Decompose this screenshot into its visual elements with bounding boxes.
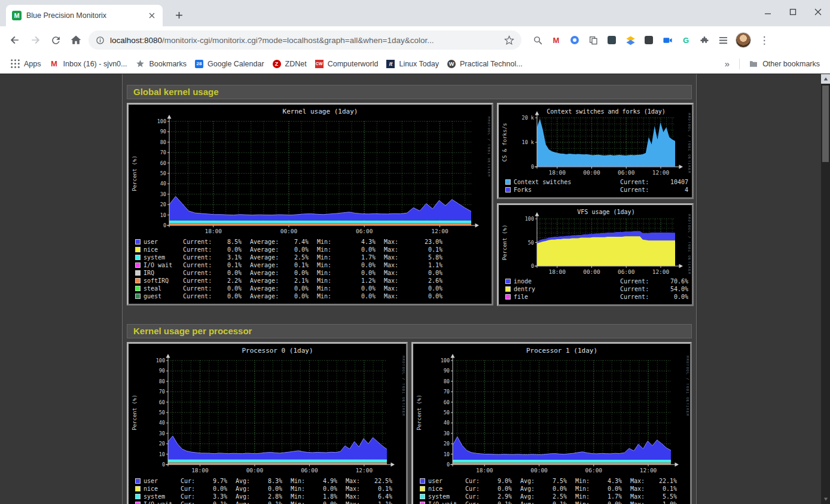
other-bookmarks-button[interactable]: Other bookmarks	[744, 57, 824, 71]
browser-tab[interactable]: M Blue Precision Monitorix	[6, 5, 163, 26]
bookmark-item-zdnet[interactable]: ZZDNet	[268, 58, 311, 70]
rrdtool-watermark: RRDTOOL / TOBI OETIKER	[402, 356, 405, 416]
legend-stat-name: Current:	[620, 187, 656, 193]
kernel-usage-chart-panel[interactable]: 010203040506070809010018:0000:0006:0012:…	[127, 103, 493, 306]
bookmark-star-icon[interactable]	[504, 35, 514, 45]
browser-window: M Blue Precision Monitorix	[0, 0, 830, 504]
puzzle-extension-icon[interactable]	[698, 33, 711, 47]
page-info-icon[interactable]	[96, 36, 105, 45]
tab-close-icon[interactable]	[147, 11, 157, 20]
bookmark-item-inbox-16-sjvn0[interactable]: MInbox (16) - sjvn0...	[45, 57, 132, 71]
legend-stat-name: Current:	[620, 278, 656, 285]
grammarly-extension-icon[interactable]: G	[679, 33, 692, 47]
legend-row-system: systemCur:2.9%Avg:2.5%Min:1.7%Max:5.5%	[420, 493, 686, 500]
legend-stat-name: Max:	[346, 485, 367, 492]
vfs-usage-chart-panel[interactable]: 05010018:0000:0006:0012:00VFS usage (1da…	[497, 203, 694, 306]
legend-row-nice: niceCur:0.0%Avg:0.0%Min:0.0%Max:0.1%	[420, 485, 686, 493]
back-icon[interactable]	[6, 31, 24, 49]
legend-stat-name: Average:	[250, 293, 285, 300]
minimize-button[interactable]	[763, 7, 773, 17]
scrollbar-up-icon[interactable]	[821, 74, 830, 84]
legend-series-label: steal	[144, 285, 183, 292]
forward-icon[interactable]	[26, 31, 44, 49]
search-extension-icon[interactable]	[531, 33, 544, 47]
legend-swatch	[505, 179, 511, 185]
legend-series-label: I/O wait	[144, 262, 183, 268]
x-axis-tick-label: 18:00	[548, 268, 566, 275]
legend-series-label: guest	[144, 293, 183, 300]
context-switches-chart-panel[interactable]: 010 k20 k18:0000:0006:0012:00Context swi…	[497, 103, 694, 199]
browser-menu-icon[interactable]: ⋮	[757, 34, 771, 47]
y-axis-tick-label: 10 k	[522, 139, 534, 145]
legend-stat-value: 0.0%	[542, 485, 567, 492]
bookmarks-overflow-chevron[interactable]: »	[720, 59, 734, 69]
legend-swatch	[135, 247, 141, 252]
page-scrollbar[interactable]	[821, 74, 830, 504]
legend-stat-value: 0.0%	[218, 293, 242, 300]
blue-circle-extension-icon[interactable]	[568, 33, 581, 47]
x-axis-tick-label: 06:00	[585, 467, 602, 474]
window-close-button[interactable]	[813, 7, 823, 17]
bookmark-label: Practical Technol...	[460, 60, 523, 68]
bookmark-item-practical-technol[interactable]: WPractical Technol...	[443, 58, 527, 70]
gmail-extension-icon[interactable]: M	[550, 33, 563, 47]
legend-swatch	[505, 294, 511, 300]
new-tab-button[interactable]	[171, 7, 187, 23]
layers-extension-icon[interactable]	[624, 33, 637, 47]
dark-app-extension-icon[interactable]	[605, 33, 618, 47]
legend-stat-value: 0.0%	[656, 294, 688, 300]
window-controls	[763, 7, 823, 17]
legend-stat-name: Avg:	[520, 501, 542, 504]
dark-box-extension-icon[interactable]	[642, 33, 655, 47]
legend-series-label: system	[144, 493, 181, 500]
url-host: localhost:8080	[110, 36, 162, 45]
other-bookmarks-label: Other bookmarks	[762, 60, 820, 68]
legend-stat-value: 2.6%	[419, 277, 443, 284]
legend-series-label: file	[514, 294, 620, 300]
camera-extension-icon[interactable]	[661, 33, 674, 47]
scrollbar-thumb[interactable]	[822, 85, 829, 162]
bookmark-item-bookmarks[interactable]: Bookmarks	[132, 57, 191, 71]
legend-stat-name: Min:	[291, 478, 312, 484]
legend-series-label: nice	[428, 485, 465, 492]
legend-stat-value: 2.2%	[218, 277, 242, 284]
bookmark-item-linux-today[interactable]: ItLinux Today	[382, 58, 443, 70]
legend-row-i-o-wait: I/O waitCurrent:0.1%Average:0.1%Min:0.0%…	[135, 261, 488, 269]
reload-icon[interactable]	[47, 31, 65, 49]
x-axis-tick-label: 18:00	[476, 467, 493, 474]
processor-0-chart-panel[interactable]: 010203040506070809010018:0000:0006:0012:…	[127, 342, 408, 504]
legend-swatch	[505, 187, 511, 193]
legend-swatch	[420, 494, 425, 499]
y-axis-tick-label: 20	[444, 441, 450, 447]
legend-stat-value: 0.0%	[285, 285, 309, 292]
chart-svg-kernel: 010203040506070809010018:0000:0006:0012:…	[130, 106, 490, 236]
bookmark-item-apps[interactable]: Apps	[6, 57, 45, 71]
scrollbar-down-icon[interactable]	[821, 494, 830, 504]
legend-stat-name: Avg:	[520, 478, 542, 484]
legend-stat-value: 0.0%	[352, 262, 376, 268]
url-text[interactable]: localhost:8080/monitorix-cgi/monitorix.c…	[110, 36, 504, 45]
legend-row-file: fileCurrent:0.0%	[505, 293, 688, 301]
legend-stat-name: Max:	[384, 246, 419, 253]
legend-stat-name: Min:	[317, 254, 352, 261]
maximize-button[interactable]	[788, 7, 798, 17]
profile-avatar[interactable]	[736, 32, 751, 48]
copy-extension-icon[interactable]	[587, 33, 600, 47]
bookmark-item-google-calendar[interactable]: 28Google Calendar	[191, 58, 268, 70]
home-icon[interactable]	[67, 31, 85, 49]
legend-stat-value: 3.3%	[202, 493, 227, 500]
section-title: Global kernel usage	[133, 87, 219, 97]
x-axis-tick-label: 18:00	[205, 228, 222, 234]
y-axis-tick-label: 20 k	[522, 115, 534, 121]
legend-stat-value: 0.1%	[419, 246, 443, 253]
legend-stat-name: Max:	[384, 277, 419, 284]
legend-swatch	[505, 279, 511, 284]
url-bar[interactable]: localhost:8080/monitorix-cgi/monitorix.c…	[89, 30, 521, 50]
bookmark-item-computerworld[interactable]: CWComputerworld	[311, 58, 383, 70]
processor-1-chart-panel[interactable]: 010203040506070809010018:0000:0006:0012:…	[411, 342, 692, 504]
legend-stat-name: Max:	[384, 262, 419, 268]
legend-stat-value: 0.0%	[312, 501, 337, 504]
list-extension-icon[interactable]	[716, 33, 730, 47]
y-axis-label: Percent (%)	[502, 225, 508, 261]
y-axis-label: Percent (%)	[132, 155, 138, 191]
